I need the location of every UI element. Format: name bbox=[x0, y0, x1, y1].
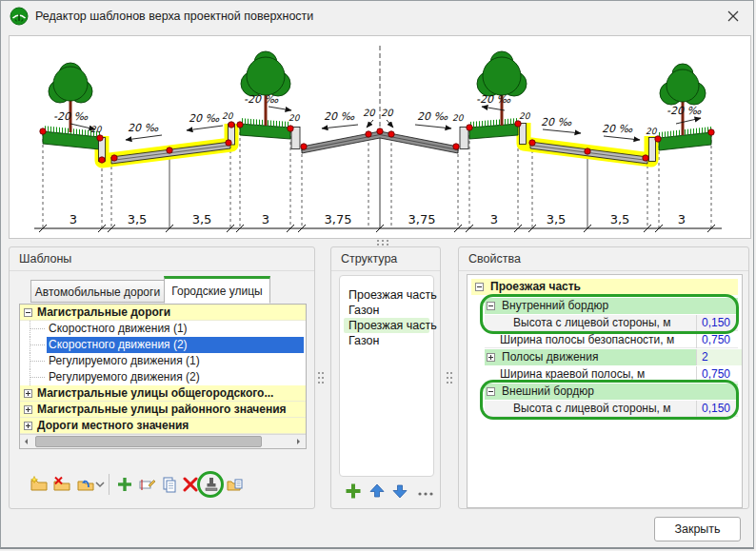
copy-template-button[interactable] bbox=[159, 474, 180, 495]
horizontal-splitter[interactable] bbox=[9, 238, 749, 246]
close-button[interactable]: Закрыть bbox=[654, 517, 741, 541]
slope-label: -20 ‰ bbox=[53, 110, 88, 123]
slope-label: 20 bbox=[363, 108, 376, 118]
tree-item-row[interactable]: Скоростного движения (1) bbox=[20, 321, 306, 337]
dimension-label: 3,5 bbox=[128, 212, 148, 226]
structure-panel-title: Структура bbox=[331, 247, 440, 271]
dimension-label: 3,5 bbox=[547, 212, 567, 226]
tree-group-row[interactable]: Магистральные улицы общегородского... bbox=[20, 385, 306, 402]
scrollbar-thumb[interactable] bbox=[35, 436, 262, 447]
dimension-label: 3 bbox=[262, 212, 269, 226]
expand-icon[interactable] bbox=[487, 353, 495, 362]
dimension-labels: 3 3,5 3,5 3 3,75 3,75 3 3,5 3,5 3 bbox=[70, 212, 686, 226]
dimension-label: 3,5 bbox=[192, 212, 212, 226]
structure-list-item[interactable]: Газон bbox=[344, 303, 429, 318]
slope-label: 20 ‰ bbox=[541, 116, 571, 128]
tab-city-streets[interactable]: Городские улицы bbox=[164, 276, 270, 304]
scroll-right-button[interactable] bbox=[291, 435, 306, 448]
svg-text:20: 20 bbox=[519, 111, 531, 121]
dimension-label: 3 bbox=[490, 212, 498, 226]
property-root-row[interactable]: Проезжая часть bbox=[471, 279, 738, 295]
slope-label: 20 ‰ bbox=[324, 110, 354, 123]
tree-2 bbox=[241, 51, 290, 126]
collapse-icon[interactable] bbox=[24, 308, 32, 317]
tree-group-row[interactable]: Магистральные улицы районного значения bbox=[20, 402, 306, 418]
tree-item-row[interactable]: Регулируемого движения (2) bbox=[20, 369, 306, 385]
property-row[interactable]: Высота с лицевой стороны, м 0,150 bbox=[485, 401, 738, 417]
property-value[interactable]: 2 bbox=[696, 349, 743, 365]
svg-text:20: 20 bbox=[452, 113, 465, 123]
property-value[interactable]: 0,750 bbox=[696, 332, 743, 348]
property-value[interactable]: 0,150 bbox=[696, 401, 743, 417]
move-to-folder-icon bbox=[76, 475, 95, 494]
slope-labels: -20 ‰ 20 ‰ 20 ‰ -20 ‰ 20 ‰ 20 20 20 ‰ 20… bbox=[53, 93, 701, 135]
triangle-left-icon bbox=[25, 439, 28, 444]
slope-label: -20 ‰ bbox=[476, 93, 510, 106]
window-title: Редактор шаблонов верха проектной поверх… bbox=[35, 10, 313, 23]
dimension-label: 3 bbox=[678, 212, 686, 226]
templates-toolbar bbox=[10, 474, 314, 501]
rename-template-button[interactable] bbox=[137, 474, 158, 495]
panel-splitter-right[interactable] bbox=[445, 370, 454, 389]
move-to-folder-button[interactable] bbox=[75, 474, 96, 495]
copy-template-to-folder-button[interactable] bbox=[225, 474, 246, 495]
delete-folder-icon bbox=[52, 475, 71, 494]
property-group-row-outer-curb[interactable]: Внешний бордюр bbox=[485, 384, 738, 400]
dimension-label: 3,75 bbox=[325, 212, 352, 226]
splitter-grip-icon bbox=[377, 240, 379, 242]
collapse-icon[interactable] bbox=[487, 302, 495, 310]
tab-highway-roads[interactable]: Автомобильные дороги bbox=[30, 280, 164, 303]
tree-horizontal-scrollbar[interactable] bbox=[20, 434, 306, 448]
expand-icon[interactable] bbox=[24, 389, 32, 398]
add-element-button[interactable] bbox=[343, 481, 364, 502]
delete-folder-button[interactable] bbox=[51, 474, 72, 495]
splitter-grip-icon bbox=[318, 372, 320, 374]
structure-list-item-selected[interactable]: Проезжая часть bbox=[344, 318, 429, 333]
property-group-row-lanes[interactable]: Полосы движения 2 bbox=[485, 349, 738, 365]
tree-group-row[interactable]: Дороги местного значения bbox=[20, 418, 306, 434]
app-icon bbox=[10, 7, 29, 26]
new-folder-button[interactable] bbox=[29, 474, 50, 495]
cross-section-canvas[interactable]: -20 ‰ 20 ‰ 20 ‰ -20 ‰ 20 ‰ 20 20 20 ‰ 20… bbox=[9, 35, 751, 239]
properties-grid: Проезжая часть Внутренний бордюр Высота … bbox=[467, 274, 743, 508]
arrow-down-icon bbox=[390, 482, 409, 501]
title-bar[interactable]: Редактор шаблонов верха проектной поверх… bbox=[1, 1, 753, 31]
slope-label: 20 bbox=[381, 108, 394, 118]
property-value[interactable]: 0,150 bbox=[696, 315, 743, 331]
close-icon[interactable] bbox=[726, 10, 740, 23]
collapse-icon[interactable] bbox=[487, 387, 495, 396]
plus-icon bbox=[115, 475, 134, 494]
dialog-window: Редактор шаблонов верха проектной поверх… bbox=[0, 0, 754, 549]
svg-text:20: 20 bbox=[646, 127, 658, 136]
more-options-button[interactable] bbox=[415, 481, 436, 502]
property-row[interactable]: Ширина краевой полосы, м 0,750 bbox=[485, 366, 738, 383]
expand-icon[interactable] bbox=[24, 405, 32, 414]
tree-item-row[interactable]: Регулируемого движения (1) bbox=[20, 353, 306, 369]
structure-list-item[interactable]: Проезжая часть bbox=[344, 287, 429, 303]
toolbar-separator bbox=[109, 474, 109, 495]
structure-list-item[interactable]: Газон bbox=[344, 333, 429, 348]
tree-4 bbox=[660, 64, 706, 135]
scroll-left-button[interactable] bbox=[20, 435, 34, 448]
ellipsis-icon bbox=[416, 482, 435, 501]
expand-icon[interactable] bbox=[24, 422, 32, 430]
property-group-row-inner-curb[interactable]: Внутренний бордюр bbox=[485, 298, 738, 314]
move-down-button[interactable] bbox=[389, 481, 410, 502]
property-row[interactable]: Высота с лицевой стороны, м 0,150 bbox=[485, 315, 738, 331]
svg-text:20: 20 bbox=[90, 125, 103, 134]
structure-toolbar bbox=[331, 481, 440, 507]
structure-list: Проезжая часть Газон Проезжая часть Газо… bbox=[339, 275, 434, 477]
add-template-button[interactable] bbox=[114, 474, 135, 495]
tree-item-row-selected[interactable]: Скоростного движения (2) bbox=[20, 337, 306, 353]
structure-panel: Структура Проезжая часть Газон Проезжая … bbox=[330, 246, 441, 509]
property-value[interactable]: 0,750 bbox=[696, 366, 743, 383]
property-row[interactable]: Ширина полосы безопасности, м 0,750 bbox=[485, 332, 738, 348]
collapse-icon[interactable] bbox=[475, 283, 484, 291]
dimension-label: 3,75 bbox=[408, 212, 436, 226]
panel-splitter-left[interactable] bbox=[316, 370, 326, 389]
templates-panel-title: Шаблоны bbox=[10, 247, 314, 271]
rename-icon bbox=[138, 475, 157, 494]
move-up-button[interactable] bbox=[367, 481, 388, 502]
chevron-down-icon[interactable] bbox=[95, 474, 107, 495]
tree-group-row[interactable]: Магистральные дороги bbox=[20, 305, 306, 321]
